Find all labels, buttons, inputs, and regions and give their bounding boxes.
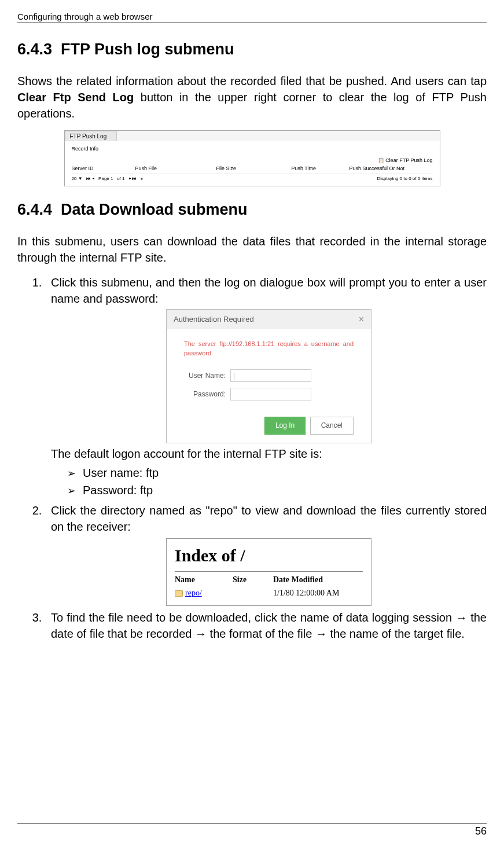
col-file-size: File Size xyxy=(216,166,292,171)
col-push-time: Push Time xyxy=(292,166,350,171)
section-number: 6.4.4 xyxy=(17,201,52,218)
after-dialog-text: The default logon account for the intern… xyxy=(51,446,487,462)
col-push-file: Push File xyxy=(135,166,216,171)
auth-dialog-screenshot: Authentication Required × The server ftp… xyxy=(166,309,371,443)
col-server-id: Server ID xyxy=(72,166,135,171)
bullet-username: User name: ftp xyxy=(51,464,487,482)
repo-date: 1/1/80 12:00:00 AM xyxy=(273,587,363,599)
section-heading-643: 6.4.3 FTP Push log submenu xyxy=(17,41,487,58)
ftp-push-log-screenshot: FTP Push Log Record Info 📋 Clear FTP Pus… xyxy=(64,130,440,186)
index-col-name: Name xyxy=(175,574,233,586)
section-title: FTP Push log submenu xyxy=(61,41,234,58)
folder-icon xyxy=(175,590,183,597)
section2-intro: In this submenu, users can download the … xyxy=(17,233,487,266)
password-label: Password: xyxy=(184,389,230,399)
list-item-1: Click this submenu, and then the log on … xyxy=(45,274,487,499)
dialog-title: Authentication Required xyxy=(174,314,254,325)
section1-paragraph: Shows the related information about the … xyxy=(17,73,487,122)
clear-ftp-button: Clear FTP Push Log xyxy=(385,157,432,163)
bullet-password: Password: ftp xyxy=(51,482,487,499)
index-col-date: Date Modified xyxy=(273,574,363,586)
username-label: User Name: xyxy=(184,371,230,381)
section-title: Data Download submenu xyxy=(61,201,248,218)
pager-display: Displaying 0 to 0 of 0 items xyxy=(377,176,432,181)
ordered-list: Click this submenu, and then the log on … xyxy=(45,274,487,642)
page-header: Configuring through a web browser xyxy=(17,12,487,23)
col-push-success: Push Successful Or Not xyxy=(350,166,433,171)
ftp-tab: FTP Push Log xyxy=(65,131,117,141)
index-col-size: Size xyxy=(233,574,273,586)
close-icon: × xyxy=(359,313,364,326)
username-input: | xyxy=(230,369,311,382)
section-number: 6.4.3 xyxy=(17,41,52,58)
list-item-3: To find the file need to be downloaded, … xyxy=(45,609,487,642)
page-number: 56 xyxy=(17,824,487,837)
dialog-message: The server ftp://192.168.1.1:21 requires… xyxy=(184,340,354,358)
list-item-2: Click the directory named as "repo" to v… xyxy=(45,502,487,606)
record-info-label: Record Info xyxy=(72,146,433,152)
index-title: Index of / xyxy=(175,543,363,568)
section-heading-644: 6.4.4 Data Download submenu xyxy=(17,201,487,219)
bold-text: Clear Ftp Send Log xyxy=(17,91,134,104)
pager: 20 ▼ ⏮ ◀ Page 1 of 1 ▶ ⏭ ↻ xyxy=(72,176,144,181)
repo-link: repo/ xyxy=(185,589,202,597)
index-screenshot: Index of / Name Size Date Modified repo/… xyxy=(166,538,371,606)
login-button: Log In xyxy=(264,417,306,435)
cancel-button: Cancel xyxy=(310,417,354,435)
password-input xyxy=(230,388,311,400)
